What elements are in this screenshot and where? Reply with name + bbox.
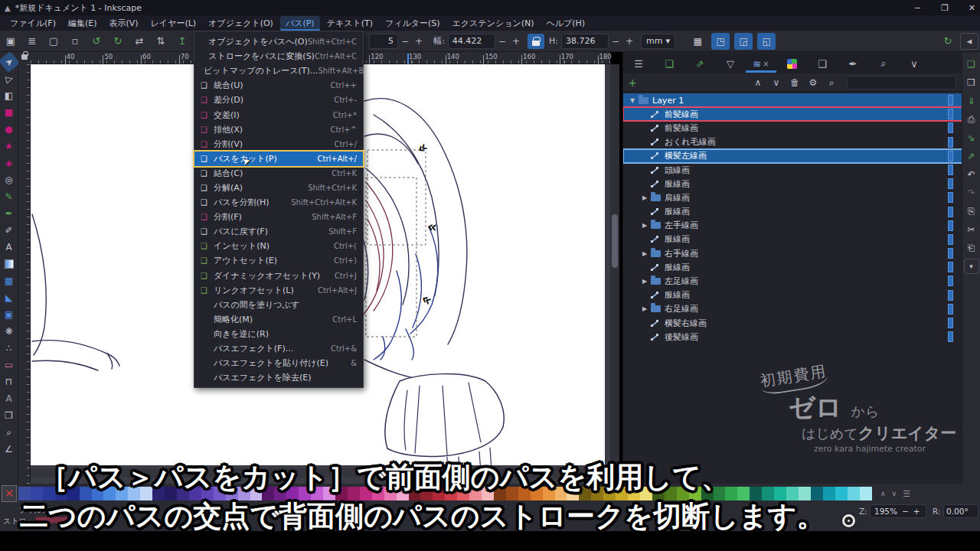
layer-indicator-block[interactable] xyxy=(948,220,953,231)
star-tool[interactable]: ★ xyxy=(2,139,17,154)
menubar-item-2[interactable]: 編集(E) xyxy=(63,16,103,31)
cut-icon[interactable]: ✂ xyxy=(964,222,979,237)
layer-row-16[interactable]: ▶右足線画 xyxy=(623,302,962,316)
tab-transform[interactable]: ▽ xyxy=(715,54,746,73)
path-menu-item-2[interactable]: ストロークをパスに変換(S)Ctrl+Alt+C xyxy=(194,49,363,64)
scale-patterns-toggle[interactable]: ◱ xyxy=(757,33,776,50)
shape-builder-tool[interactable]: ◧ xyxy=(2,88,17,103)
rotate-cw-icon[interactable]: ↻ xyxy=(109,33,127,50)
layer-indicator-block[interactable] xyxy=(948,318,953,328)
move-as-group-toggle[interactable]: ▦ xyxy=(688,33,707,50)
select-all-layers-icon[interactable]: ≣ xyxy=(23,33,41,50)
flip-horizontal-icon[interactable]: ⇄ xyxy=(130,33,149,50)
path-menu-item-24[interactable]: パスエフェクトを除去(E) xyxy=(194,370,363,385)
layer-search-input[interactable] xyxy=(847,76,956,90)
unit-dropdown[interactable]: mm▾ xyxy=(641,34,675,49)
rotate-ccw-icon[interactable]: ↺ xyxy=(87,33,106,50)
layer-row-9[interactable]: 服線画 xyxy=(623,205,962,219)
rotation-field[interactable]: 0.00° xyxy=(943,504,978,518)
rectangle-tool[interactable]: ■ xyxy=(2,105,17,120)
layer-row-7[interactable]: 服線画 xyxy=(623,177,962,191)
layer-indicator-block[interactable] xyxy=(948,290,953,301)
import-icon[interactable]: ⇘ xyxy=(964,130,979,145)
commandbar-more-button[interactable]: ▾ xyxy=(964,259,979,274)
pen-tool[interactable]: ✒ xyxy=(2,206,17,221)
palette-swatch-68[interactable] xyxy=(835,487,848,500)
layer-indicator-block[interactable] xyxy=(948,95,953,106)
raise-to-top-icon[interactable]: ↥ xyxy=(173,33,191,50)
paint-bucket-tool[interactable]: ▣ xyxy=(2,307,17,322)
box3d-tool[interactable]: ◈ xyxy=(2,155,17,171)
tab-swatches[interactable] xyxy=(776,54,807,73)
eraser-tool[interactable]: ▭ xyxy=(2,357,17,373)
refresh-icon[interactable]: ↻ xyxy=(939,33,957,50)
layer-indicator-block[interactable] xyxy=(948,165,953,175)
menubar-item-7[interactable]: テキスト(T) xyxy=(322,16,378,31)
height-plus-button[interactable]: + xyxy=(622,36,636,47)
pages-tool[interactable]: ❐ xyxy=(2,408,17,423)
expander-icon[interactable]: ▶ xyxy=(640,278,649,285)
layer-row-3[interactable]: 前髪線画 xyxy=(623,121,962,135)
export-icon[interactable]: ⇗ xyxy=(964,148,979,164)
selector-tool[interactable]: ➤ xyxy=(0,51,20,73)
expander-icon[interactable]: ▶ xyxy=(640,305,649,312)
selection-box-icon[interactable]: ▫ xyxy=(66,33,84,50)
path-menu-item-1[interactable]: オブジェクトをパスへ(O)Shift+Ctrl+C xyxy=(194,34,363,49)
tab-objects[interactable]: ❑ xyxy=(807,54,838,73)
expander-icon[interactable]: ▶ xyxy=(640,250,649,257)
dropper-tool[interactable]: ◣ xyxy=(2,290,17,305)
menubar-item-9[interactable]: エクステンション(N) xyxy=(447,16,540,31)
menubar-item-8[interactable]: フィルター(S) xyxy=(380,16,446,31)
scale-stroke-toggle[interactable]: ◳ xyxy=(711,33,730,50)
layer-indicator-block[interactable] xyxy=(948,151,953,161)
layer-row-15[interactable]: 服線画 xyxy=(623,289,962,302)
layer-indicator-block[interactable] xyxy=(948,109,953,119)
vertical-scrollbar-thumb[interactable] xyxy=(612,214,618,268)
print-icon[interactable]: ⎙ xyxy=(964,112,979,127)
path-menu-item-8[interactable]: ❑分割(V)Ctrl+/ xyxy=(194,137,363,152)
delete-layer-button[interactable]: 🗑 xyxy=(786,75,804,90)
vertical-scrollbar[interactable] xyxy=(610,64,619,478)
path-menu-item-18[interactable]: ❑リンクオフセット(L)Ctrl+Alt+J xyxy=(194,283,363,298)
layer-settings-button[interactable]: ⚙ xyxy=(804,75,822,90)
close-layers-tab-icon[interactable]: × xyxy=(763,60,769,68)
no-color-swatch[interactable]: ✕ xyxy=(2,485,17,502)
layer-indicator-block[interactable] xyxy=(948,304,953,315)
path-menu-item-11[interactable]: ❑分解(A)Shift+Ctrl+K xyxy=(194,181,363,195)
palette-scroll-down-button[interactable]: ∨ xyxy=(892,490,897,497)
layer-indicator-block[interactable] xyxy=(948,192,953,203)
path-menu-item-6[interactable]: ❑交差(I)Ctrl+* xyxy=(194,107,363,122)
ellipse-tool[interactable]: ● xyxy=(2,122,17,137)
deselect-icon[interactable]: ▢ xyxy=(44,33,63,50)
spiral-tool[interactable]: ◎ xyxy=(2,172,17,187)
layer-indicator-block[interactable] xyxy=(948,122,953,133)
height-field[interactable]: 38.726 xyxy=(561,34,609,49)
tab-export[interactable]: ⇗ xyxy=(684,54,715,73)
layer-row-12[interactable]: ▶右手線画 xyxy=(623,246,962,260)
path-menu-item-3[interactable]: ビットマップのトレース(T)...Shift+Alt+B xyxy=(194,64,363,78)
spray-tool[interactable]: ∴ xyxy=(2,341,17,356)
flip-vertical-icon[interactable]: ⇅ xyxy=(152,33,170,50)
layer-row-1[interactable]: ▼Layer 1 xyxy=(623,93,962,107)
layer-search-icon[interactable]: ⌕ xyxy=(822,75,841,90)
tab-overflow[interactable]: ∨ xyxy=(899,54,929,73)
lpe-tool[interactable]: A xyxy=(2,391,17,406)
menubar-item-1[interactable]: ファイル(F) xyxy=(5,16,61,31)
path-menu-item-13[interactable]: ❑分割(F)Shift+Alt+F xyxy=(194,210,363,224)
layer-row-2[interactable]: 前髪線画 xyxy=(623,107,962,121)
open-document-icon[interactable]: ❒ xyxy=(964,75,979,90)
expander-icon[interactable]: ▶ xyxy=(640,222,649,229)
mesh-gradient-tool[interactable]: ▦ xyxy=(2,273,17,289)
path-menu-item-19[interactable]: パスの間を塗りつぶす xyxy=(194,298,363,312)
layer-indicator-block[interactable] xyxy=(948,234,953,245)
layer-row-17[interactable]: 横髪右線画 xyxy=(623,316,962,330)
layer-row-6[interactable]: 頭線画 xyxy=(623,163,962,177)
layer-row-18[interactable]: 後髪線画 xyxy=(623,330,962,344)
save-document-icon[interactable]: ⇓ xyxy=(964,93,979,109)
palette-swatch-70[interactable] xyxy=(860,487,872,500)
layer-row-13[interactable]: 服線画 xyxy=(623,260,962,274)
select-all-icon[interactable]: ▣ xyxy=(2,33,20,50)
lower-layer-button[interactable]: ∨ xyxy=(767,75,786,90)
copy-icon[interactable]: ⎘ xyxy=(964,204,979,219)
zoom-field[interactable]: 195% − + xyxy=(870,504,926,518)
